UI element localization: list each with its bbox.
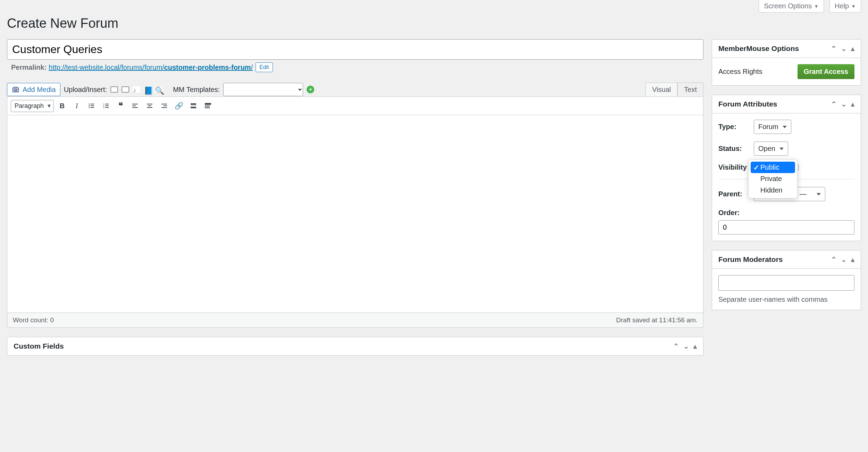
- svg-rect-12: [105, 107, 109, 108]
- svg-rect-20: [164, 105, 167, 106]
- permalink-row: Permalink: http://test-website.local/for…: [7, 62, 703, 72]
- svg-point-1: [89, 104, 90, 105]
- visibility-dropdown: Public Private Hidden: [748, 159, 798, 198]
- chevron-down-icon[interactable]: ⌄: [841, 100, 847, 108]
- mm-templates-label: MM Templates:: [173, 86, 220, 94]
- editor-content-area[interactable]: [7, 115, 703, 313]
- svg-rect-2: [91, 104, 94, 104]
- membermouse-options-box: MemberMouse Options ⌃ ⌄ ▴ Access Rights …: [712, 39, 861, 86]
- svg-rect-19: [161, 104, 167, 104]
- link-icon[interactable]: 🔗: [173, 100, 185, 112]
- permalink-slug[interactable]: customer-problems-forum: [164, 63, 251, 71]
- svg-rect-25: [205, 103, 211, 105]
- word-count-label: Word count:: [13, 316, 48, 324]
- membermouse-options-title: MemberMouse Options: [718, 44, 799, 53]
- custom-fields-box: Custom Fields ⌃ ⌄ ▴: [7, 337, 703, 356]
- svg-rect-27: [207, 105, 208, 106]
- add-template-icon[interactable]: +: [307, 86, 314, 93]
- book-icon[interactable]: 📘: [144, 86, 151, 93]
- svg-rect-6: [91, 107, 94, 108]
- chevron-down-icon[interactable]: ⌄: [841, 44, 847, 53]
- number-list-icon[interactable]: 123: [100, 100, 112, 112]
- svg-rect-15: [132, 107, 138, 108]
- bold-icon[interactable]: B: [56, 100, 68, 112]
- caret-up-icon[interactable]: ▴: [851, 44, 854, 53]
- svg-rect-18: [147, 107, 152, 108]
- forum-attributes-title: Forum Attributes: [718, 100, 777, 108]
- chevron-down-icon[interactable]: ⌄: [841, 255, 847, 264]
- mm-templates-select[interactable]: [223, 83, 303, 96]
- format-select[interactable]: Paragraph: [11, 100, 54, 112]
- align-right-icon[interactable]: [158, 100, 170, 112]
- forum-moderators-box: Forum Moderators ⌃ ⌄ ▴ Separate user-nam…: [712, 250, 861, 310]
- quote-icon[interactable]: ❝: [114, 100, 127, 112]
- caret-down-icon: ▼: [851, 3, 856, 9]
- help-label: Help: [835, 2, 849, 10]
- svg-text:3: 3: [103, 106, 105, 109]
- svg-rect-29: [205, 107, 206, 108]
- upload-video-icon[interactable]: [122, 86, 129, 93]
- align-left-icon[interactable]: [129, 100, 141, 112]
- visibility-option-hidden[interactable]: Hidden: [751, 185, 795, 196]
- help-tab[interactable]: Help ▼: [829, 0, 861, 12]
- svg-point-5: [89, 107, 90, 108]
- custom-fields-title: Custom Fields: [14, 342, 64, 350]
- visibility-option-public[interactable]: Public: [751, 162, 795, 173]
- svg-rect-23: [191, 105, 196, 106]
- status-label: Status:: [718, 145, 754, 153]
- status-value: Open: [758, 145, 775, 152]
- moderators-input[interactable]: [718, 275, 854, 291]
- chevron-up-icon[interactable]: ⌃: [831, 100, 837, 108]
- toolbar-toggle-icon[interactable]: [202, 100, 214, 112]
- svg-rect-8: [105, 104, 109, 104]
- chevron-up-icon[interactable]: ⌃: [831, 255, 837, 264]
- permalink-label: Permalink:: [11, 63, 47, 71]
- access-rights-label: Access Rights: [718, 68, 762, 76]
- draft-saved-text: Draft saved at 11:41:56 am.: [616, 316, 698, 324]
- svg-rect-22: [191, 103, 196, 105]
- status-select[interactable]: Open: [754, 142, 788, 156]
- caret-up-icon[interactable]: ▴: [851, 100, 854, 108]
- order-label: Order:: [718, 209, 854, 217]
- permalink-edit-button[interactable]: Edit: [256, 62, 273, 72]
- order-input[interactable]: [718, 220, 854, 234]
- align-center-icon[interactable]: [143, 100, 156, 112]
- caret-up-icon[interactable]: ▴: [693, 342, 697, 350]
- svg-rect-17: [148, 105, 151, 106]
- forum-attributes-box: Forum Attributes ⌃ ⌄ ▴ Type: Forum Statu…: [712, 95, 861, 241]
- svg-rect-24: [191, 107, 196, 108]
- svg-rect-28: [208, 105, 210, 106]
- caret-up-icon[interactable]: ▴: [851, 255, 854, 264]
- upload-audio-icon[interactable]: ♪: [133, 86, 140, 93]
- screen-options-tab[interactable]: Screen Options ▼: [759, 0, 824, 12]
- read-more-icon[interactable]: [187, 100, 200, 112]
- page-title: Create New Forum: [7, 16, 861, 31]
- forum-title-input[interactable]: [7, 39, 703, 60]
- forum-moderators-title: Forum Moderators: [718, 255, 783, 264]
- italic-icon[interactable]: I: [70, 100, 83, 112]
- editor-status-bar: Word count: 0 Draft saved at 11:41:56 am…: [7, 313, 703, 328]
- type-select[interactable]: Forum: [754, 120, 791, 134]
- tab-text[interactable]: Text: [677, 83, 703, 96]
- grant-access-button[interactable]: Grant Access: [798, 64, 854, 79]
- tab-visual[interactable]: Visual: [645, 83, 677, 96]
- chevron-up-icon[interactable]: ⌃: [831, 44, 837, 53]
- type-value: Forum: [758, 123, 778, 130]
- search-icon[interactable]: 🔍: [155, 86, 162, 93]
- svg-rect-31: [208, 107, 210, 108]
- add-media-button[interactable]: Add Media: [7, 83, 60, 96]
- caret-down-icon: ▼: [814, 3, 819, 9]
- visibility-option-private[interactable]: Private: [751, 173, 795, 185]
- svg-rect-26: [205, 105, 206, 106]
- chevron-down-icon[interactable]: ⌄: [683, 342, 689, 350]
- upload-image-icon[interactable]: [110, 86, 118, 93]
- permalink-trail[interactable]: /: [251, 63, 253, 71]
- media-row: Add Media Upload/Insert: ♪ 📘 🔍 MM Templa…: [7, 83, 703, 96]
- type-label: Type:: [718, 123, 754, 131]
- permalink-url-prefix[interactable]: http://test-website.local/forums/forum/: [49, 63, 164, 71]
- word-count-value: 0: [50, 316, 54, 324]
- screen-options-label: Screen Options: [764, 2, 812, 10]
- chevron-up-icon[interactable]: ⌃: [673, 342, 679, 350]
- svg-point-3: [89, 105, 90, 106]
- bullet-list-icon[interactable]: [85, 100, 98, 112]
